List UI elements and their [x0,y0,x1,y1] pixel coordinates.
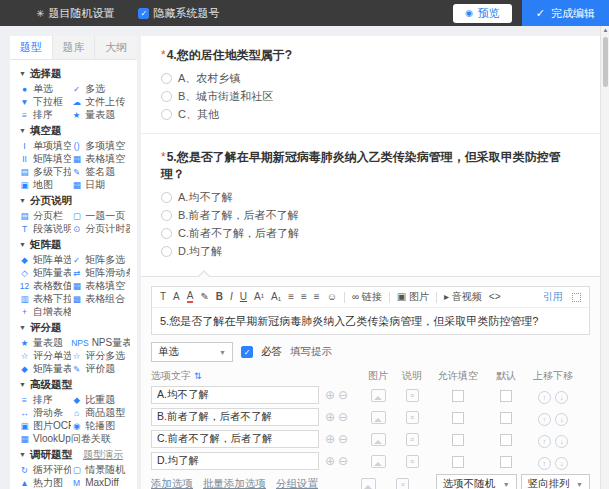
section-collapse-icon[interactable]: ▼ [19,68,26,79]
sidebar-item-matrix-slider[interactable]: ⇄矩阵滑动条 [71,266,130,279]
font-family-icon[interactable]: T [160,292,166,302]
quote-link[interactable]: 引用 [543,290,563,304]
sidebar-item-table-number[interactable]: 12表格数值 [19,279,71,292]
sidebar-item-table-dropdown[interactable]: ▥表格下拉框 [19,292,71,305]
allow-fill-checkbox[interactable] [452,390,464,402]
random-settings-button[interactable]: ✳ 题目随机设置 [36,6,114,21]
question-type-select[interactable]: 单选 ▼ [151,342,233,362]
type-demo-link[interactable]: 题型演示 [83,449,123,460]
video-icon[interactable]: ▸ 音视频 [444,292,482,302]
batch-add-option-link[interactable]: 批量添加选项 [203,477,266,489]
minus-circle-icon[interactable]: ⊖ [338,433,348,445]
sidebar-item-timer[interactable]: ⊙分页计时器 [71,222,130,235]
move-up-icon[interactable]: ↑ [538,457,551,470]
image-placeholder-icon[interactable] [371,389,386,402]
sidebar-item-page-break[interactable]: ▤分页栏 [19,209,71,222]
sidebar-item-matrix-blank[interactable]: II矩阵填空 [19,152,71,165]
add-circle-icon[interactable]: ⊕ [325,455,335,467]
sidebar-item-nps[interactable]: NPSNPS量表 [71,336,130,349]
option-radio[interactable] [161,73,172,84]
sidebar-item-rate-check[interactable]: ☆评分多选 [71,349,130,362]
sidebar-item-adv-sort[interactable]: ≡排序 [19,393,71,406]
option-random-select[interactable]: 选项不随机 ▼ [436,474,517,489]
add-circle-icon[interactable]: ⊕ [325,389,335,401]
tab-题库[interactable]: 题库 [53,36,96,59]
sidebar-item-product[interactable]: ⌂商品题型 [71,406,130,419]
question-title-editor[interactable]: 5.您是否了解在早期新冠病毒肺炎纳入乙类传染病管理，但采取甲类防控管理? [152,308,589,334]
option-radio[interactable] [161,109,172,120]
option-radio[interactable] [161,192,172,203]
option-text-input[interactable] [151,408,319,426]
highlight-icon[interactable]: ✎ [200,292,208,302]
minus-circle-icon[interactable]: ⊖ [338,389,348,401]
scrollbar-thumb[interactable] [603,37,608,87]
sidebar-item-review[interactable]: ✎评价题 [71,362,130,375]
allow-fill-checkbox[interactable] [452,456,464,468]
move-up-icon[interactable]: ↑ [538,413,551,426]
subscript-icon[interactable]: A₁ [271,292,281,302]
option-text-input[interactable] [151,386,319,404]
question-card[interactable]: *4.您的居住地类型属于?A、农村乡镇B、城市街道和社区C、其他 [141,36,600,129]
emoji-icon[interactable]: ☺ [327,292,337,302]
sidebar-item-map[interactable]: ▣地图 [19,178,71,191]
move-down-icon[interactable]: ↓ [555,457,568,470]
sidebar-item-maxdiff[interactable]: MMaxDiff [71,476,130,489]
clear-format-icon[interactable]: A [173,292,180,302]
italic-icon[interactable]: I [230,292,233,302]
sidebar-item-carousel[interactable]: ◉轮播图 [71,419,130,432]
align-center-icon[interactable]: ≡ [301,292,307,302]
sidebar-item-radio[interactable]: ●单选 [19,82,71,95]
move-up-icon[interactable]: ↑ [538,435,551,448]
section-collapse-icon[interactable]: ▼ [19,239,26,250]
sidebar-item-upload-cloud[interactable]: ☁文件上传 [71,95,130,108]
finish-edit-top-button[interactable]: ✓ 完成编辑 [522,0,609,26]
sidebar-item-vlookup[interactable]: ▦VlookUp问卷关联 [19,432,130,445]
sidebar-item-multi-check[interactable]: ✓多选 [71,82,130,95]
sidebar-item-rate-radio[interactable]: ☆评分单选 [19,349,71,362]
move-down-icon[interactable]: ↓ [555,391,568,404]
section-collapse-icon[interactable]: ▼ [19,195,26,206]
scroll-up-arrow-icon[interactable]: ▲ [603,27,609,33]
bold-icon[interactable]: B [216,292,223,302]
note-icon[interactable]: ≡ [396,478,409,489]
note-icon[interactable]: ≡ [406,455,419,468]
move-up-icon[interactable]: ↑ [538,391,551,404]
image-placeholder-icon[interactable] [371,433,386,446]
section-collapse-icon[interactable]: ▼ [19,379,26,390]
option-text-input[interactable] [151,452,319,470]
sidebar-item-one-per-page[interactable]: ▢一题一页 [71,209,130,222]
sidebar-item-table-fill[interactable]: ▦表格填空 [71,279,130,292]
sidebar-item-weight[interactable]: ◆比重题 [71,393,130,406]
default-checkbox[interactable] [500,456,512,468]
sidebar-item-matrix-scale[interactable]: ◇矩阵量表 [19,266,71,279]
add-circle-icon[interactable]: ⊕ [325,433,335,445]
required-checkbox[interactable]: ✓ [241,346,253,358]
default-checkbox[interactable] [500,390,512,402]
sidebar-item-date[interactable]: ▦日期 [71,178,130,191]
allow-fill-checkbox[interactable] [452,434,464,446]
sidebar-item-paragraph[interactable]: T段落说明 [19,222,71,235]
sort-arrows-icon[interactable]: ⇅ [194,371,202,381]
move-down-icon[interactable]: ↓ [555,435,568,448]
sidebar-item-dropdown[interactable]: ▼下拉框 [19,95,71,108]
image-placeholder-icon[interactable] [371,455,386,468]
sidebar-item-cascader[interactable]: ▤多级下拉 [19,165,71,178]
sidebar-item-signature[interactable]: ✎签名题 [71,165,130,178]
insert-image-icon[interactable]: ▣ 图片 [397,292,429,302]
option-radio[interactable] [161,228,172,239]
section-collapse-icon[interactable]: ▼ [19,322,26,333]
option-radio[interactable] [161,91,172,102]
allow-fill-checkbox[interactable] [452,412,464,424]
minus-circle-icon[interactable]: ⊖ [338,411,348,423]
align-right-icon[interactable]: ≡ [314,292,320,302]
minus-circle-icon[interactable]: ⊖ [338,455,348,467]
option-layout-select[interactable]: 竖向排列 ▼ [521,474,590,489]
add-option-link[interactable]: 添加选项 [151,477,193,489]
question-card[interactable]: *5.您是否了解在早期新冠病毒肺炎纳入乙类传染病管理，但采取甲类防控管理？A.均… [141,138,600,266]
font-color-icon[interactable]: A [187,291,194,303]
sidebar-item-loop-review[interactable]: ↻循环评价 [19,463,71,476]
fill-hint-link[interactable]: 填写提示 [290,345,332,359]
sidebar-item-matrix-radio[interactable]: ◆矩阵单选 [19,253,71,266]
sidebar-item-matrix-check[interactable]: ✓矩阵多选 [71,253,130,266]
note-icon[interactable]: ≡ [406,433,419,446]
